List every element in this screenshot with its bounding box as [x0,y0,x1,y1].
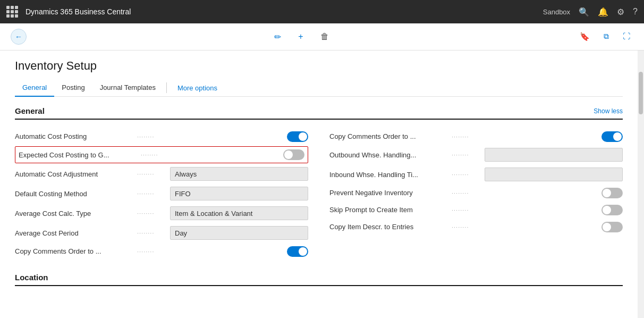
tabs-bar: General Posting Journal Templates More o… [15,79,623,97]
field-value-avg-cost-period[interactable]: Day [170,226,308,240]
toggle-expected-cost-posting[interactable] [283,149,304,160]
bookmark-button[interactable]: 🔖 [577,30,593,44]
left-column: Automatic Cost Posting ········ Expected… [15,128,308,260]
toggle-copy-comments-right[interactable] [601,131,623,142]
scrollbar-track[interactable] [638,51,644,318]
main-scroll: Inventory Setup General Posting Journal … [0,51,638,318]
field-label-avg-cost-calc: Average Cost Calc. Type [15,210,137,217]
edit-button[interactable]: ✏ [271,30,284,44]
bell-icon[interactable]: 🔔 [598,7,608,17]
location-section: Location [15,273,623,286]
toolbar-right-actions: 🔖 ⧉ ⛶ [577,30,633,44]
field-inbound-whse: Inbound Whse. Handling Ti... ········ [329,165,623,185]
field-label-copy-item-descr: Copy Item Descr. to Entries [329,223,452,231]
field-value-default-costing[interactable]: FIFO [170,187,308,200]
delete-button[interactable]: 🗑 [317,30,332,44]
app-title: Dynamics 365 Business Central [26,7,131,16]
general-section: General Show less Automatic Cost Posting… [15,106,623,260]
field-label-expected-cost: Expected Cost Posting to G... [19,151,141,159]
expand-button[interactable]: ⛶ [620,30,633,44]
field-value-outbound-whse[interactable] [485,148,623,162]
help-icon[interactable]: ? [633,7,638,16]
tab-divider [166,82,167,93]
field-value-avg-cost-calc[interactable]: Item & Location & Variant [170,206,308,220]
back-button[interactable]: ← [11,29,27,45]
toolbar: ← ✏ + 🗑 🔖 ⧉ ⛶ [0,23,644,51]
toggle-copy-comments-left[interactable] [287,246,308,257]
tab-journal-templates[interactable]: Journal Templates [92,79,163,97]
field-label-avg-cost-period: Average Cost Period [15,229,137,237]
field-label-skip-prompt: Skip Prompt to Create Item [329,206,452,214]
section-header-general: General Show less [15,106,623,120]
field-value-auto-cost-adj[interactable]: Always [170,167,308,181]
show-less-button[interactable]: Show less [594,107,623,115]
tab-general[interactable]: General [15,79,54,97]
field-automatic-cost-posting: Automatic Cost Posting ········ [15,128,308,145]
topbar: Dynamics 365 Business Central Sandbox 🔍 … [0,0,644,23]
section-title-general: General [15,106,45,115]
field-label-prevent-negative: Prevent Negative Inventory [329,189,452,197]
add-button[interactable]: + [295,30,306,44]
toggle-copy-item-descr[interactable] [601,222,623,232]
field-skip-prompt: Skip Prompt to Create Item ········ [329,202,623,219]
field-label-default-costing: Default Costing Method [15,190,137,198]
field-avg-cost-period: Average Cost Period ········ Day [15,223,308,243]
topbar-left: Dynamics 365 Business Central [6,6,131,18]
toggle-prevent-negative[interactable] [601,188,623,198]
section-title-location: Location [15,273,48,282]
toggle-auto-cost-posting[interactable] [287,131,308,142]
field-label-copy-comments-left: Copy Comments Order to ... [15,247,137,255]
tab-posting[interactable]: Posting [54,79,92,97]
settings-icon[interactable]: ⚙ [617,7,624,17]
field-label-inbound-whse: Inbound Whse. Handling Ti... [329,171,452,179]
field-expected-cost-posting: Expected Cost Posting to G... ········ [15,146,308,163]
field-copy-comments-right: Copy Comments Order to ... ········ [329,128,623,145]
field-copy-item-descr: Copy Item Descr. to Entries ········ [329,219,623,236]
field-copy-comments-left: Copy Comments Order to ... ········ [15,243,308,260]
scrollbar-thumb[interactable] [639,72,643,114]
main-content: Inventory Setup General Posting Journal … [0,51,638,318]
field-outbound-whse: Outbound Whse. Handling... ········ [329,145,623,165]
field-default-costing: Default Costing Method ········ FIFO [15,184,308,204]
page-wrapper: Dynamics 365 Business Central Sandbox 🔍 … [0,0,644,318]
field-avg-cost-calc: Average Cost Calc. Type ········ Item & … [15,204,308,223]
fields-grid: Automatic Cost Posting ········ Expected… [15,128,623,260]
search-icon[interactable]: 🔍 [579,7,589,17]
page-title: Inventory Setup [15,59,623,73]
toggle-skip-prompt[interactable] [601,205,623,215]
tab-more-options[interactable]: More options [170,80,225,96]
right-column: Copy Comments Order to ... ········ Outb… [329,128,623,260]
waffle-icon[interactable] [6,6,18,18]
open-new-button[interactable]: ⧉ [600,30,612,44]
field-auto-cost-adjustment: Automatic Cost Adjustment ········ Alway… [15,164,308,184]
field-label-copy-comments-right: Copy Comments Order to ... [329,132,452,140]
field-label-auto-cost: Automatic Cost Posting [15,132,137,140]
topbar-right: Sandbox 🔍 🔔 ⚙ ? [543,7,638,17]
field-label-auto-cost-adj: Automatic Cost Adjustment [15,170,137,178]
content-area: Inventory Setup General Posting Journal … [0,51,644,318]
field-prevent-negative: Prevent Negative Inventory ········ [329,185,623,202]
field-label-outbound-whse: Outbound Whse. Handling... [329,151,452,159]
env-label: Sandbox [543,8,570,16]
field-value-inbound-whse[interactable] [485,168,623,181]
section-header-location: Location [15,273,623,286]
